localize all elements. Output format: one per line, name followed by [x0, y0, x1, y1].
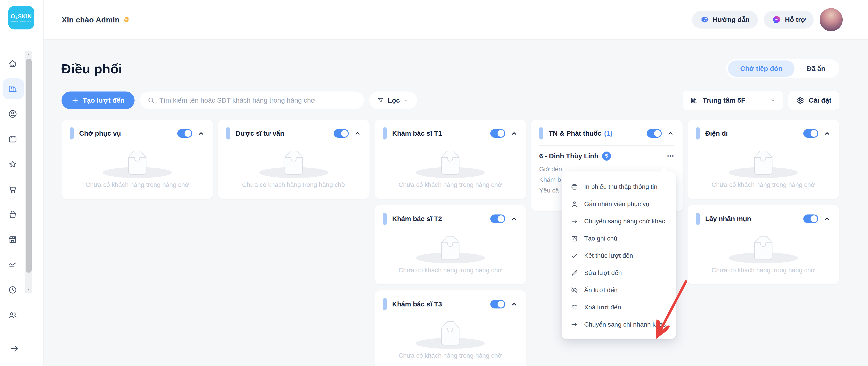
menu-item-print[interactable]: In phiếu thu thập thông tin [562, 178, 676, 195]
trash-icon [570, 304, 578, 311]
search-input[interactable] [159, 96, 356, 104]
queue-toggle[interactable] [490, 300, 505, 308]
empty-text: Chưa có khách hàng trong hàng chờ [399, 352, 502, 359]
menu-item-label: Chuyển sang chi nhánh khác [584, 321, 666, 328]
empty-state: Chưa có khách hàng trong hàng chờ [383, 310, 518, 359]
queue-title: Khám bác sĩ T3 [392, 300, 442, 308]
queue-accent-bar [539, 127, 543, 140]
home-icon [8, 59, 18, 68]
menu-item-create-note[interactable]: Tạo ghi chú [562, 230, 676, 247]
patient-badge: 5 [602, 151, 611, 161]
scrollbar-thumb[interactable] [26, 59, 32, 273]
building-icon [8, 84, 18, 94]
printer-icon [570, 183, 578, 191]
menu-item-move-branch[interactable]: Chuyển sang chi nhánh khác [562, 316, 676, 333]
chevron-up-icon[interactable] [667, 130, 674, 137]
queue-title: Khám bác sĩ T2 [392, 215, 442, 223]
sidebar-item-customers[interactable] [0, 101, 25, 126]
menu-item-move-queue[interactable]: Chuyển sang hàng chờ khác [562, 213, 676, 230]
queue-toggle[interactable] [177, 129, 192, 138]
queue-toggle[interactable] [803, 215, 818, 223]
sidebar-item-home[interactable] [0, 51, 25, 76]
scroll-down-icon[interactable]: ▼ [25, 288, 32, 291]
chevron-up-icon[interactable] [823, 130, 831, 137]
sidebar-item-store[interactable] [0, 227, 25, 252]
scroll-up-icon[interactable]: ▲ [25, 52, 32, 56]
menu-item-delete-visit[interactable]: Xoá lượt đến [562, 299, 676, 316]
calendar-icon [8, 134, 18, 144]
topbar-actions: Hướng dẫn Hỗ trợ [692, 8, 843, 31]
create-visit-button[interactable]: Tạo lượt đến [62, 91, 134, 109]
tab-hidden[interactable]: Đã ẩn [795, 60, 837, 77]
arrow-right-icon [9, 343, 20, 354]
empty-state: Chưa có khách hàng trong hàng chờ [696, 140, 831, 189]
queue-column: Điện di Chưa có khách hàng trong hàng ch… [687, 120, 839, 284]
search-icon [147, 96, 155, 104]
gear-icon [796, 96, 805, 105]
menu-item-finish-visit[interactable]: Kết thúc lượt đến [562, 247, 676, 264]
settings-button[interactable]: Cài đặt [788, 91, 839, 110]
messenger-icon [772, 15, 781, 25]
visit-context-menu: In phiếu thu thập thông tin Gắn nhân viê… [562, 171, 676, 339]
sidebar-item-dispatch[interactable] [0, 76, 25, 101]
branch-building-icon [689, 96, 698, 105]
empty-text: Chưa có khách hàng trong hàng chờ [712, 181, 815, 189]
more-options-button[interactable]: ••• [667, 153, 674, 159]
patient-row[interactable]: 6 - Đinh Thùy Linh 5 ••• [539, 151, 674, 161]
empty-text: Chưa có khách hàng trong hàng chờ [399, 181, 502, 189]
queue-column: Khám bác sĩ T1 Chưa có khách hàng trong … [374, 120, 526, 366]
chevron-up-icon[interactable] [197, 130, 205, 137]
queue-card: Khám bác sĩ T3 Chưa có khách hàng trong … [374, 290, 526, 366]
chevron-up-icon[interactable] [510, 300, 518, 308]
empty-text: Chưa có khách hàng trong hàng chờ [86, 181, 189, 189]
queue-toggle[interactable] [490, 215, 505, 223]
queue-card: Điện di Chưa có khách hàng trong hàng ch… [687, 120, 839, 199]
tab-waiting[interactable]: Chờ tiếp đón [728, 60, 795, 77]
divider [539, 145, 674, 146]
menu-item-hide-visit[interactable]: Ẩn lượt đến [562, 282, 676, 299]
queue-accent-bar [696, 127, 700, 140]
support-button[interactable]: Hỗ trợ [764, 11, 814, 29]
sidebar-item-calendar[interactable] [0, 126, 25, 151]
waving-hand-icon [123, 16, 131, 24]
queue-toggle[interactable] [490, 129, 505, 138]
chevron-up-icon[interactable] [823, 215, 831, 223]
history-icon [8, 285, 18, 295]
sidebar-item-orders[interactable] [0, 202, 25, 227]
branch-select[interactable]: Trung tâm 5F [683, 91, 783, 110]
menu-item-edit-visit[interactable]: Sửa lượt đến [562, 264, 676, 282]
queue-toggle[interactable] [647, 129, 662, 138]
create-visit-label: Tạo lượt đến [83, 96, 125, 104]
sidebar-item-cart[interactable] [0, 177, 25, 202]
empty-inbox-icon [427, 234, 474, 261]
greeting-text: Xin chào Admin [62, 16, 120, 24]
sidebar-scrollbar[interactable]: ▲ ▼ [25, 51, 32, 292]
chevron-up-icon[interactable] [510, 130, 518, 137]
chevron-up-icon[interactable] [510, 215, 518, 223]
empty-state: Chưa có khách hàng trong hàng chờ [70, 140, 205, 189]
queue-card: Chờ phục vụ Chưa có khách hàng trong hàn… [62, 120, 213, 199]
app-logo[interactable]: O₂SKIN TRỊ MỤN CHUẨN Y KHOA [8, 6, 34, 29]
chevron-up-icon[interactable] [354, 130, 362, 137]
sidebar-item-history[interactable] [0, 277, 25, 302]
sidebar-item-reports[interactable] [0, 252, 25, 277]
menu-item-label: Sửa lượt đến [584, 269, 622, 277]
sidebar-item-services[interactable] [0, 151, 25, 177]
queue-toggle[interactable] [334, 129, 349, 138]
queue-toggle[interactable] [803, 129, 818, 138]
pencil-icon [570, 269, 578, 277]
toolbar: Tạo lượt đến Lọc Trung tâm 5F Cài đặt [62, 91, 839, 109]
queue-title: Khám bác sĩ T1 [392, 130, 442, 137]
filter-button[interactable]: Lọc [369, 91, 417, 109]
arrow-right-icon [570, 218, 578, 225]
sidebar-nav [0, 51, 25, 328]
sidebar-item-staff[interactable] [0, 302, 25, 328]
menu-item-assign-staff[interactable]: Gắn nhân viên phục vụ [562, 195, 676, 213]
empty-text: Chưa có khách hàng trong hàng chờ [712, 266, 815, 274]
help-label: Hướng dẫn [713, 16, 750, 24]
note-edit-icon [570, 235, 578, 242]
queue-title: Chờ phục vụ [79, 130, 121, 137]
avatar[interactable] [819, 8, 843, 31]
help-button[interactable]: Hướng dẫn [692, 11, 758, 29]
sidebar-expand-button[interactable] [9, 343, 20, 354]
